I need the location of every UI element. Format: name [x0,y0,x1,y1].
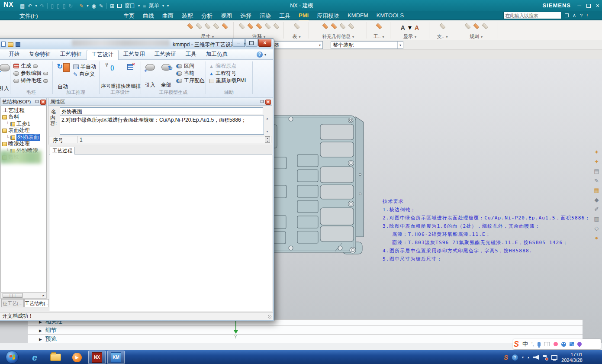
sogou-input-bar[interactable]: S 中 ’, [513,339,601,349]
process-tree[interactable]: 工艺过程 备料 └工步1 表面处理 └外协表面 喷漆处理 └外协喷漆 数铣 [0,106,47,292]
rail-pen-icon[interactable]: ✐ [594,206,599,213]
network-icon[interactable] [551,355,557,360]
caret-icon[interactable]: ▾ [408,23,412,32]
rail-panel-icon[interactable]: ▤ [594,168,599,174]
window-menu-label[interactable]: 窗口 [125,2,135,10]
kmmpd-maximize-button[interactable] [245,39,258,47]
menu-assembly[interactable]: 装配 [182,12,193,21]
collapse-ribbon-icon[interactable]: ∧ [573,13,576,18]
main-menu-label[interactable]: 菜单 [149,2,159,10]
combo-caret-icon[interactable]: ▾ [397,42,403,48]
tray-sogou-icon[interactable]: S [504,354,508,361]
help-caret-icon[interactable]: ▾ [264,53,266,57]
kmmpd-window[interactable]: kmmpd - 三维零件工艺设计软件 ─ × ▾ 开始 复杂特征 工艺特征 工艺… [0,38,274,321]
panel-row-details[interactable]: ▶细节 [28,325,583,334]
dimension-icon[interactable] [187,23,193,29]
kmmpd-help-icon[interactable]: ? [257,52,263,58]
start-button[interactable] [6,351,19,364]
kmmpd-close-button[interactable]: × [258,39,271,47]
rail-block-icon[interactable]: ◆ [595,196,599,203]
help-icon[interactable]: ? [580,13,583,18]
tool-caret-icon[interactable]: ▾ [87,4,88,8]
note-icon[interactable] [273,23,279,29]
rail-star-icon[interactable]: ✦ [594,149,599,155]
taskbar-wmp-button[interactable]: ▶ [68,351,87,364]
tree-item-paint-treatment[interactable]: 喷漆处理 [2,141,30,147]
dimension-icon[interactable] [204,23,210,29]
current-button[interactable]: 当前 [176,70,194,77]
rule-icon[interactable] [464,23,470,29]
sogou-keyboard-icon[interactable] [544,342,550,346]
capture-icon[interactable]: ✎ [99,3,103,9]
menu-select[interactable]: 选择 [240,12,251,21]
sogou-mic-icon[interactable] [538,342,541,347]
scroll-down-icon[interactable]: ▼ [266,130,269,133]
model-import-button[interactable]: + 引入 [142,61,158,90]
save-icon[interactable] [16,42,20,47]
scroll-up-icon[interactable]: ▲ [266,117,269,120]
pin-icon[interactable] [261,100,264,103]
tree-item-gongbu1[interactable]: └工步1 [6,121,30,127]
tab-process-features[interactable]: 工艺特征 [55,49,87,60]
reload-pmi-button[interactable]: 重新加载PMI [209,77,246,84]
note-icon[interactable] [264,23,270,29]
text-style-icon[interactable]: A [401,24,405,31]
scroll-right-icon[interactable]: ▸ [41,293,46,298]
menu-kmtools[interactable]: KMTOOLS [377,12,404,21]
overflow-caret-icon[interactable]: ▾ [167,4,169,8]
pin-icon[interactable] [35,100,39,103]
sogou-skin-icon[interactable] [554,342,558,346]
taskbar-explorer-button[interactable] [46,351,65,364]
alert-icon[interactable]: ! [586,13,588,18]
tab-process-reuse[interactable]: 工艺复用 [119,49,150,60]
name-field[interactable]: 外协表面 [60,107,263,114]
taskbar-clock[interactable]: 17:01 2024/3/28 [561,352,583,363]
tray-expand-icon[interactable]: ▴ [528,355,529,359]
menu-render[interactable]: 渲染 [260,12,271,21]
generate-button[interactable]: 生成 [13,62,38,70]
bottom-tab-process-structure[interactable]: 工艺结构(... [24,299,49,307]
semi-auto-button[interactable]: 半自动 [73,63,96,71]
sogou-logo[interactable]: S [514,340,519,349]
content-field[interactable]: 2.对图中绿色所示区域进行表面处理镀覆：Cu/Ap.Ni-P20.Ep.Au1.… [60,116,264,135]
tray-mini-icon[interactable]: ▾ [522,355,524,359]
geometry-icon[interactable] [348,23,354,29]
scroll-thumb[interactable]: ❘❘❘ [3,293,23,298]
taskbar-nx-button[interactable]: NX [88,351,106,364]
tray-help-icon[interactable]: ? [512,354,518,361]
bottom-tab-feature-process[interactable]: 征工艺(... [1,299,24,307]
menu-kmdfm[interactable]: KMDFM [348,12,368,21]
layout-icon[interactable]: ⊞ [110,3,114,9]
rail-table-icon[interactable]: ▥ [594,216,599,222]
menu-pmi[interactable]: PMI [299,12,309,21]
sogou-punct[interactable]: ’, [531,341,534,347]
taskbar-km-button[interactable]: KM [107,351,125,364]
quick-arrange-button[interactable]: 快速编排 [121,61,140,92]
undo-caret-icon[interactable]: ▾ [35,4,37,8]
dimension-icon[interactable] [213,23,219,29]
new-doc-icon[interactable] [1,42,6,47]
sequence-spinner[interactable]: ▲▼ [265,136,270,143]
tree-item-external-surface[interactable]: └外协表面 [6,134,40,141]
part-model[interactable] [259,110,384,262]
menu-tools[interactable]: 工具 [279,12,290,21]
hamburger-icon[interactable]: ≡ [143,3,146,9]
tree-item-beiliao[interactable]: 备料 [2,114,19,120]
taskbar-ie-button[interactable]: e [25,351,44,364]
panel-row-preview[interactable]: ▶预览 [28,334,583,343]
rail-sheet-icon[interactable]: ▦ [594,187,599,193]
process-tab[interactable]: 工艺过程 [50,147,75,155]
sogou-mode-chinese[interactable]: 中 [522,340,528,348]
tool-icon[interactable] [376,23,382,29]
window-caret-icon[interactable]: ▾ [138,4,140,8]
resize-grip[interactable] [268,315,272,319]
dimension-icon[interactable] [222,23,228,29]
note-icon[interactable] [256,23,262,29]
dimension-icon[interactable] [196,23,202,29]
rail-edit-icon[interactable]: ✎ [594,177,599,184]
window-box-icon[interactable] [117,4,122,8]
engineering-symbol-button[interactable]: ▲工程符号 [209,70,236,77]
menu-file[interactable]: 文件(F) [19,12,38,20]
menu-view[interactable]: 视图 [221,12,232,21]
kmmpd-minimize-button[interactable]: ─ [232,39,245,47]
